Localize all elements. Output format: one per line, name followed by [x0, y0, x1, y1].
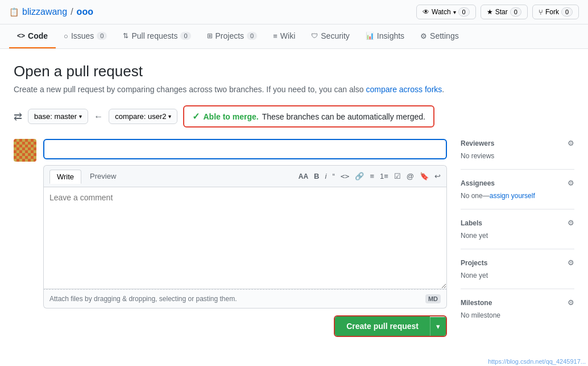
- reply-icon[interactable]: ↩: [434, 172, 441, 180]
- comment-textarea[interactable]: [43, 187, 447, 289]
- star-label: Star: [495, 8, 508, 16]
- code-tab-icon: <>: [17, 32, 25, 40]
- projects-value: None yet: [461, 272, 488, 279]
- compare-forks-link[interactable]: compare across forks: [366, 85, 442, 94]
- file-attach-text: Attach files by dragging & dropping, sel…: [49, 295, 237, 303]
- page-subtitle: Create a new pull request by comparing c…: [14, 85, 574, 94]
- wiki-tab-icon: ≡: [273, 32, 278, 40]
- eye-icon: 👁: [423, 8, 429, 16]
- toolbar-icons: AA B i “ <> 🔗 ≡ 1≡ ☑ @ 🔖 ↩: [299, 172, 441, 180]
- sidebar-section-reviewers: Reviewers ⚙ No reviews: [461, 139, 574, 170]
- sidebar-assignees-header: Assignees ⚙: [461, 179, 574, 187]
- pr-title-input[interactable]: user2的提交: [43, 139, 447, 159]
- reviewers-value: No reviews: [461, 152, 494, 160]
- task-list-icon[interactable]: ☑: [394, 172, 401, 180]
- star-button[interactable]: ★ Star 0: [481, 5, 528, 19]
- reference-icon[interactable]: 🔖: [420, 172, 429, 180]
- watch-count: 0: [458, 7, 470, 17]
- base-branch-arrow: ▾: [79, 113, 82, 120]
- create-pr-dropdown-button[interactable]: ▾: [430, 317, 446, 336]
- sidebar-section-projects: Projects ⚙ None yet: [461, 258, 574, 289]
- fork-button[interactable]: ⑂ Fork 0: [532, 5, 579, 19]
- projects-gear-icon[interactable]: ⚙: [568, 258, 574, 267]
- pr-layout: user2的提交 Write Preview AA B i “ <>: [14, 139, 574, 337]
- assignees-gear-icon[interactable]: ⚙: [568, 179, 574, 187]
- avatar-pixel: [14, 139, 36, 162]
- sidebar-section-labels: Labels ⚙ None yet: [461, 219, 574, 249]
- code-tab-label: Code: [28, 31, 48, 40]
- list-ul-icon[interactable]: ≡: [370, 172, 374, 180]
- tab-projects[interactable]: ⊞ Projects 0: [199, 24, 266, 48]
- main-content: Open a pull request Create a new pull re…: [0, 49, 588, 351]
- top-bar: 📋 blizzawang / ooo 👁 Watch ▾ 0 ★ Star 0 …: [0, 0, 588, 24]
- aa-icon[interactable]: AA: [299, 172, 308, 180]
- tab-security[interactable]: 🛡 Security: [303, 24, 358, 48]
- compare-branch-label: compare: user2: [115, 112, 166, 121]
- issues-tab-label: Issues: [71, 31, 94, 40]
- base-branch-label: base: master: [34, 112, 77, 121]
- preview-tab[interactable]: Preview: [82, 169, 123, 183]
- star-icon: ★: [487, 8, 493, 16]
- settings-tab-icon: ⚙: [420, 32, 427, 40]
- watch-label: Watch: [432, 8, 451, 16]
- tab-pull-requests[interactable]: ⇅ Pull requests 0: [115, 24, 198, 48]
- watch-button[interactable]: 👁 Watch ▾ 0: [416, 5, 476, 19]
- bold-icon[interactable]: B: [314, 172, 319, 180]
- pr-form-row: user2的提交 Write Preview AA B i “ <>: [14, 139, 447, 337]
- sidebar-reviewers-header: Reviewers ⚙: [461, 139, 574, 147]
- sidebar-labels-header: Labels ⚙: [461, 219, 574, 227]
- mention-icon[interactable]: @: [407, 172, 414, 180]
- watch-dropdown-icon: ▾: [453, 9, 456, 15]
- sidebar-projects-header: Projects ⚙: [461, 258, 574, 267]
- fork-icon: ⑂: [539, 8, 543, 17]
- file-attach-bar: Attach files by dragging & dropping, sel…: [43, 289, 447, 309]
- subtitle-text: Create a new pull request by comparing c…: [14, 85, 364, 94]
- reviewers-title: Reviewers: [461, 139, 494, 147]
- repo-name-link[interactable]: ooo: [77, 7, 93, 17]
- pr-tab-label: Pull requests: [131, 31, 177, 40]
- labels-value: None yet: [461, 232, 488, 240]
- compare-branch-button[interactable]: compare: user2 ▾: [109, 109, 177, 124]
- nav-tabs: <> Code ○ Issues 0 ⇅ Pull requests 0 ⊞ P…: [0, 24, 588, 49]
- list-ol-icon[interactable]: 1≡: [380, 172, 388, 180]
- tab-settings[interactable]: ⚙ Settings: [412, 24, 467, 48]
- insights-tab-label: Insights: [377, 31, 404, 40]
- page-title: Open a pull request: [14, 63, 574, 80]
- toolbar-tabs: Write Preview: [49, 169, 123, 183]
- fork-count: 0: [561, 7, 573, 17]
- assignees-value: No one—assign yourself: [461, 192, 535, 200]
- link-icon[interactable]: 🔗: [355, 172, 364, 180]
- reviewers-gear-icon[interactable]: ⚙: [568, 139, 574, 147]
- tab-wiki[interactable]: ≡ Wiki: [265, 24, 303, 48]
- labels-gear-icon[interactable]: ⚙: [568, 219, 574, 227]
- editor-container: user2的提交 Write Preview AA B i “ <>: [43, 139, 447, 337]
- fork-label: Fork: [545, 8, 559, 16]
- assign-yourself-link[interactable]: assign yourself: [490, 192, 535, 200]
- italic-icon[interactable]: i: [325, 172, 326, 180]
- issues-tab-count: 0: [97, 32, 107, 40]
- compare-branch-arrow: ▾: [168, 113, 171, 120]
- sync-icon: ⇄: [14, 110, 22, 123]
- base-branch-button[interactable]: base: master ▾: [28, 109, 88, 124]
- issues-tab-icon: ○: [64, 32, 68, 40]
- create-pr-button[interactable]: Create pull request: [335, 316, 430, 336]
- sidebar-milestone-header: Milestone ⚙: [461, 298, 574, 307]
- wiki-tab-label: Wiki: [280, 31, 295, 40]
- milestone-title: Milestone: [461, 299, 492, 307]
- tab-code[interactable]: <> Code: [9, 24, 56, 48]
- pr-sidebar: Reviewers ⚙ No reviews Assignees ⚙ No on…: [461, 139, 574, 337]
- repo-owner-link[interactable]: blizzawang: [22, 7, 67, 17]
- code-icon[interactable]: <>: [341, 172, 350, 180]
- milestone-gear-icon[interactable]: ⚙: [568, 298, 574, 307]
- merge-detail-text: These branches can be automatically merg…: [262, 112, 425, 121]
- tab-issues[interactable]: ○ Issues 0: [56, 24, 115, 48]
- write-tab[interactable]: Write: [49, 170, 81, 184]
- tab-insights[interactable]: 📊 Insights: [358, 24, 412, 48]
- repo-icon: 📋: [9, 7, 19, 17]
- quote-icon[interactable]: “: [332, 172, 334, 180]
- submit-btn-group: Create pull request ▾: [334, 315, 447, 337]
- projects-tab-count: 0: [247, 32, 257, 40]
- security-tab-label: Security: [321, 31, 350, 40]
- projects-title: Projects: [461, 259, 487, 267]
- projects-tab-icon: ⊞: [207, 32, 213, 40]
